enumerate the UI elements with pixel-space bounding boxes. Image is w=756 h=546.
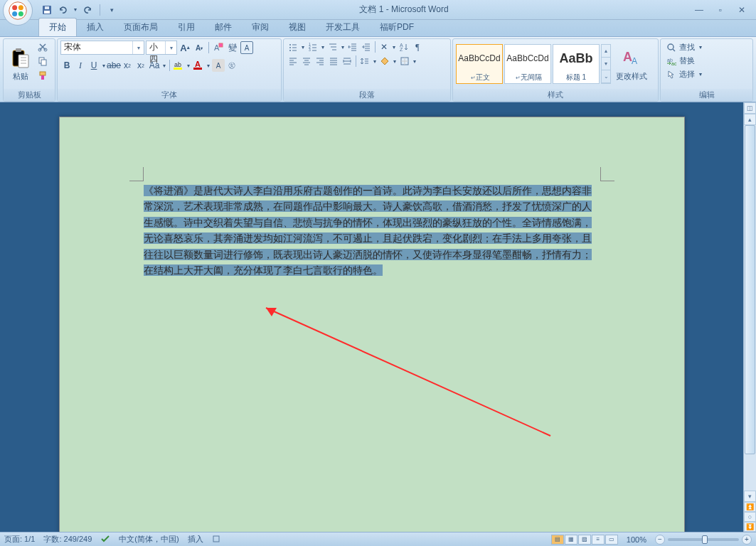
change-styles-button[interactable]: AA 更改样式 [612, 41, 651, 87]
spacing-dropdown-icon[interactable]: ▾ [372, 55, 378, 68]
font-size-combo[interactable]: 小四▾ [146, 41, 177, 55]
grow-font-icon[interactable]: A▴ [179, 41, 191, 54]
shading-icon[interactable] [378, 55, 391, 68]
asian-layout-icon[interactable]: ✕ [378, 41, 390, 53]
zoom-out-icon[interactable]: − [655, 535, 665, 545]
select-button[interactable]: 选择 ▾ [664, 68, 750, 81]
fullscreen-reading-view-icon[interactable]: ▦ [565, 535, 577, 545]
font-name-combo[interactable]: 宋体▾ [60, 41, 144, 55]
underline-icon[interactable]: U [87, 59, 100, 72]
document-content[interactable]: 《将进酒》是唐代大诗人李白沿用乐府古题创作的一首诗。此诗为李白长安放还以后所作，… [144, 183, 600, 278]
sort-icon[interactable]: AZ [398, 41, 410, 53]
shading-dropdown-icon[interactable]: ▾ [392, 55, 398, 68]
asian-dropdown-icon[interactable]: ▾ [391, 41, 397, 53]
numbering-icon[interactable]: 123 [307, 41, 319, 53]
line-spacing-icon[interactable] [358, 55, 371, 68]
web-layout-view-icon[interactable]: ▨ [578, 535, 591, 545]
scroll-up-icon[interactable]: ▴ [744, 114, 756, 125]
style-item-nospacing[interactable]: AaBbCcDd ↵无间隔 [504, 44, 551, 84]
tab-review[interactable]: 审阅 [242, 18, 279, 36]
prev-page-icon[interactable]: ⏫ [744, 502, 756, 512]
align-right-icon[interactable] [314, 55, 326, 68]
tab-mailings[interactable]: 邮件 [205, 18, 242, 36]
qat-customize-icon[interactable]: ▾ [106, 4, 117, 16]
zoom-level[interactable]: 100% [627, 535, 646, 544]
redo-icon[interactable] [82, 4, 94, 16]
tab-foxitpdf[interactable]: 福昕PDF [370, 18, 424, 36]
underline-dropdown-icon[interactable]: ▾ [101, 59, 107, 72]
tab-references[interactable]: 引用 [168, 18, 205, 36]
undo-dropdown-icon[interactable]: ▾ [73, 4, 78, 16]
zoom-in-icon[interactable]: + [742, 535, 752, 545]
bold-icon[interactable]: B [60, 59, 73, 72]
scroll-down-icon[interactable]: ▾ [744, 491, 756, 502]
maximize-button[interactable]: ▫ [712, 4, 729, 16]
insert-mode[interactable]: 插入 [188, 534, 203, 545]
character-shading-icon[interactable]: A [212, 59, 225, 72]
macro-indicator-icon[interactable] [212, 535, 220, 545]
superscript-icon[interactable]: x2 [134, 59, 147, 72]
strikethrough-icon[interactable]: abe [107, 59, 120, 72]
borders-dropdown-icon[interactable]: ▾ [412, 55, 417, 68]
save-icon[interactable] [41, 4, 53, 16]
bullets-dropdown-icon[interactable]: ▾ [300, 41, 306, 53]
align-center-icon[interactable] [300, 55, 313, 68]
multilevel-dropdown-icon[interactable]: ▾ [340, 41, 346, 53]
highlight-dropdown-icon[interactable]: ▾ [186, 59, 191, 72]
undo-icon[interactable] [57, 4, 68, 16]
paste-button[interactable]: 粘贴 [6, 41, 35, 87]
shrink-font-icon[interactable]: A▾ [193, 41, 206, 54]
clear-formatting-icon[interactable]: A [212, 41, 225, 54]
zoom-slider-thumb[interactable] [702, 535, 708, 544]
font-color-icon[interactable]: A [192, 59, 205, 72]
tab-insert[interactable]: 插入 [77, 18, 114, 36]
proofing-icon[interactable] [100, 534, 110, 545]
numbering-dropdown-icon[interactable]: ▾ [320, 41, 326, 53]
style-item-normal[interactable]: AaBbCcDd ↵正文 [456, 44, 503, 84]
tab-home[interactable]: 开始 [38, 18, 77, 36]
scroll-down-icon[interactable]: ▾ [602, 58, 610, 70]
ruler-toggle-icon[interactable]: ◫ [744, 102, 756, 114]
scrollbar-track[interactable] [744, 125, 756, 491]
copy-icon[interactable] [36, 55, 49, 68]
language-indicator[interactable]: 中文(简体，中国) [119, 534, 179, 545]
zoom-slider[interactable] [668, 538, 739, 541]
tab-pagelayout[interactable]: 页面布局 [114, 18, 168, 36]
format-painter-icon[interactable] [36, 69, 49, 82]
word-count[interactable]: 字数: 249/249 [43, 534, 92, 545]
document-viewport[interactable]: 《将进酒》是唐代大诗人李白沿用乐府古题创作的一首诗。此诗为李白长安放还以后所作，… [0, 102, 743, 532]
color-dropdown-icon[interactable]: ▾ [206, 59, 211, 72]
next-page-icon[interactable]: ⏬ [744, 522, 756, 532]
print-layout-view-icon[interactable]: ▤ [551, 535, 564, 545]
show-marks-icon[interactable]: ¶ [411, 41, 424, 53]
close-button[interactable]: ✕ [733, 4, 750, 16]
justify-icon[interactable] [327, 55, 340, 68]
style-item-heading1[interactable]: AaBb 标题 1 [553, 44, 600, 84]
page-indicator[interactable]: 页面: 1/1 [4, 534, 35, 545]
multilevel-list-icon[interactable] [326, 41, 339, 53]
phonetic-guide-icon[interactable]: 變 [226, 41, 239, 54]
align-left-icon[interactable] [287, 55, 299, 68]
tab-view[interactable]: 视图 [279, 18, 316, 36]
highlight-icon[interactable]: ab [172, 59, 185, 72]
replace-button[interactable]: abac 替换 [664, 54, 750, 68]
draft-view-icon[interactable]: ▭ [605, 535, 618, 545]
scroll-up-icon[interactable]: ▴ [602, 45, 610, 58]
borders-icon[interactable] [398, 55, 411, 68]
character-border-icon[interactable]: A [240, 41, 253, 54]
minimize-button[interactable]: — [691, 4, 708, 16]
enclose-characters-icon[interactable]: ㊛ [225, 59, 238, 72]
tab-developer[interactable]: 开发工具 [316, 18, 370, 36]
case-dropdown-icon[interactable]: ▾ [161, 59, 167, 72]
scrollbar-thumb[interactable] [745, 125, 755, 454]
bullets-icon[interactable] [287, 41, 299, 53]
gallery-expand-icon[interactable]: ⌄ [602, 70, 610, 83]
italic-icon[interactable]: I [74, 59, 87, 72]
outline-view-icon[interactable]: ≡ [592, 535, 605, 545]
browse-object-icon[interactable]: ○ [744, 512, 756, 522]
distribute-icon[interactable] [341, 55, 353, 68]
find-button[interactable]: 查找 ▾ [664, 41, 750, 54]
decrease-indent-icon[interactable] [346, 41, 359, 53]
subscript-icon[interactable]: x2 [121, 59, 134, 72]
cut-icon[interactable] [36, 41, 49, 53]
